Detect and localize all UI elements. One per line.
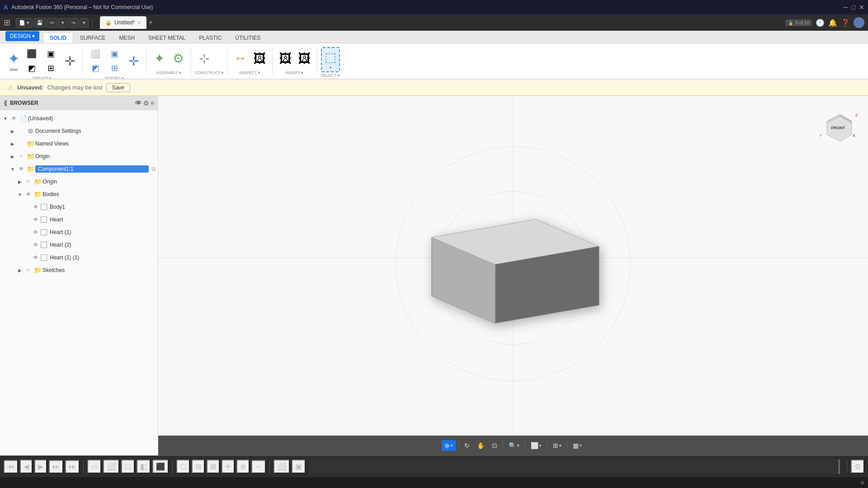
origin-eye-icon[interactable]: 👁 xyxy=(17,153,25,160)
undo-arrow-btn[interactable]: ▾ xyxy=(58,18,67,28)
grid-btn[interactable]: ⊞ ▾ xyxy=(550,440,564,451)
tree-item-origin2[interactable]: ▶ 👁 📁 Origin xyxy=(14,175,158,188)
display-mode-btn[interactable]: ⬜ ▾ xyxy=(528,440,544,451)
minimize-btn[interactable]: ─ xyxy=(844,4,848,11)
extrude-btn[interactable]: ⬛ xyxy=(23,47,41,61)
panel-collapse-icon[interactable]: ⟪ xyxy=(4,99,7,107)
redo-arrow-btn[interactable]: ▾ xyxy=(80,18,89,28)
component1-arrow-icon[interactable]: ▼ xyxy=(9,167,16,172)
insert-mesh-btn[interactable]: 🖼 xyxy=(276,49,294,68)
last-btn[interactable]: ⏭ xyxy=(65,460,80,474)
tree-item-heart[interactable]: ▶ 👁 Heart xyxy=(22,213,158,226)
save-btn[interactable]: 💾 xyxy=(33,18,46,28)
zoom-btn[interactable]: 🔍 ▾ xyxy=(506,440,522,451)
prev-btn[interactable]: ◀ xyxy=(20,460,33,474)
root-eye-icon[interactable]: 👁 xyxy=(10,115,18,122)
sel-inv-btn[interactable]: ⬛ xyxy=(152,460,169,474)
revolve-btn[interactable]: ◩ xyxy=(23,61,41,75)
browser-settings-icon[interactable]: ⊙ xyxy=(143,99,149,107)
move-tool-btn[interactable]: ✛ xyxy=(61,52,79,70)
app-grid-icon[interactable]: ⊞ xyxy=(4,18,10,28)
sel-free-btn[interactable]: ⬡ xyxy=(121,460,135,474)
component1-eye-icon[interactable]: 👁 xyxy=(17,166,25,172)
browser-menu-icon[interactable]: ≡ xyxy=(151,99,154,107)
tree-item-named-views[interactable]: ▶ 👁 📁 Named Views xyxy=(7,137,158,150)
sketches-eye-icon[interactable]: 👁 xyxy=(24,267,33,273)
component-move-btn[interactable]: ⊞ xyxy=(192,460,205,474)
tab-surface[interactable]: SURFACE xyxy=(73,32,113,43)
joint-move-btn[interactable]: ⊠ xyxy=(207,460,220,474)
clock-icon[interactable]: 🕐 xyxy=(816,19,825,27)
heart1-eye-icon[interactable]: 👁 xyxy=(32,229,40,235)
sketch-stop-btn[interactable]: ⬡ xyxy=(176,460,190,474)
doc-eye-icon[interactable]: 👁 xyxy=(17,128,25,134)
bodies-eye-icon[interactable]: 👁 xyxy=(24,191,33,197)
viewport[interactable]: FRONT Z X Y ⊕ ▾ ↻ ✋ ⊡ xyxy=(158,96,868,455)
heart11-eye-icon[interactable]: 👁 xyxy=(32,254,40,261)
create-component-btn[interactable]: ✦ New xyxy=(5,49,22,73)
heart2-eye-icon[interactable]: 👁 xyxy=(32,242,40,248)
tab-untitled[interactable]: 🔒 Untitled* ✕ xyxy=(100,16,146,29)
tree-item-sketches[interactable]: ▶ 👁 📁 Sketches xyxy=(14,264,158,277)
tree-item-body1[interactable]: ▶ 👁 Body1 xyxy=(22,201,158,213)
tab-utilities[interactable]: UTILITIES xyxy=(228,32,267,43)
contact-btn[interactable]: ⊕ xyxy=(236,460,250,474)
body1-eye-icon[interactable]: 👁 xyxy=(32,204,40,210)
show-body-btn[interactable]: ⬜ xyxy=(274,460,290,474)
maximize-btn[interactable]: □ xyxy=(852,4,855,11)
press-pull-btn[interactable]: ⬜ xyxy=(86,47,104,61)
pan-btn[interactable]: ✋ xyxy=(474,440,487,451)
timeline-settings-btn[interactable]: ⚙ xyxy=(851,460,864,474)
help-icon[interactable]: ❓ xyxy=(841,19,850,27)
heart-eye-icon[interactable]: 👁 xyxy=(32,216,40,223)
shell-btn[interactable]: ⊞ xyxy=(105,61,123,75)
sweep-btn[interactable]: ▣ xyxy=(42,47,60,61)
tree-item-origin[interactable]: ▶ 👁 📁 Origin xyxy=(7,150,158,163)
named-views-eye-icon[interactable]: 👁 xyxy=(17,141,25,147)
bodies-arrow-icon[interactable]: ▼ xyxy=(16,192,24,197)
tab-sheet-metal[interactable]: SHEET METAL xyxy=(142,32,192,43)
insert-svg-btn[interactable]: 🖼 xyxy=(295,49,313,68)
named-views-arrow-icon[interactable]: ▶ xyxy=(9,141,16,146)
chamfer-btn[interactable]: ▣ xyxy=(105,47,123,61)
root-arrow-icon[interactable]: ▼ xyxy=(2,116,9,121)
timeline-area[interactable] xyxy=(309,460,841,474)
orbit-btn[interactable]: ↻ xyxy=(462,440,472,451)
close-btn[interactable]: ✕ xyxy=(859,4,864,11)
tree-item-root[interactable]: ▼ 👁 📄 (Unsaved) xyxy=(0,112,158,125)
tab-mesh[interactable]: MESH xyxy=(112,32,142,43)
snap-btn[interactable]: ⊕ ▾ xyxy=(442,440,456,451)
new-tab-btn[interactable]: + xyxy=(148,19,152,27)
fillet-btn[interactable]: ◩ xyxy=(86,61,104,75)
next-btn[interactable]: ⏭ xyxy=(49,460,63,474)
tree-item-heart2[interactable]: ▶ 👁 Heart (2) xyxy=(22,239,158,251)
capture-btn[interactable]: ▣ xyxy=(292,460,306,474)
bell-icon[interactable]: 🔔 xyxy=(828,19,837,27)
doc-arrow-icon[interactable]: ▶ xyxy=(9,129,16,134)
design-dropdown-btn[interactable]: DESIGN ▾ xyxy=(5,31,39,41)
nav-cube[interactable]: FRONT Z X Y xyxy=(816,103,861,148)
tab-plastic[interactable]: PLASTIC xyxy=(192,32,228,43)
origin2-eye-icon[interactable]: 👁 xyxy=(24,178,33,185)
tree-item-component1[interactable]: ▼ 👁 📁 Component1:1 ⊙ xyxy=(7,163,158,175)
zoom-fit-btn[interactable]: ⊡ xyxy=(489,440,500,451)
tree-item-bodies[interactable]: ▼ 👁 📁 Bodies xyxy=(14,188,158,201)
sketches-arrow-icon[interactable]: ▶ xyxy=(16,268,24,273)
measure-btn[interactable]: ↔ xyxy=(231,49,250,67)
joint-btn[interactable]: ✦ xyxy=(150,49,168,68)
first-btn[interactable]: ⏮ xyxy=(4,460,18,474)
move-tool-btn[interactable]: ✛ xyxy=(222,460,235,474)
move2-btn[interactable]: ↔ xyxy=(251,460,266,474)
save-button[interactable]: Save xyxy=(106,83,130,92)
tab-close-btn[interactable]: ✕ xyxy=(137,20,141,25)
motion-link-btn[interactable]: ⚙ xyxy=(169,49,187,68)
redo-btn[interactable]: ↪ xyxy=(68,18,79,28)
view-settings-btn[interactable]: ▦ ▾ xyxy=(570,440,585,451)
sel-paint-btn[interactable]: ◧ xyxy=(137,460,151,474)
interference-btn[interactable]: 🖼 xyxy=(250,49,269,68)
loft-btn[interactable]: ⊞ xyxy=(42,61,60,75)
tree-item-doc-settings[interactable]: ▶ 👁 ⚙ Document Settings xyxy=(7,125,158,137)
sel-win-btn[interactable]: ⬜ xyxy=(103,460,119,474)
origin2-arrow-icon[interactable]: ▶ xyxy=(16,179,24,184)
offset-plane-btn[interactable]: ⊹ xyxy=(195,49,213,68)
